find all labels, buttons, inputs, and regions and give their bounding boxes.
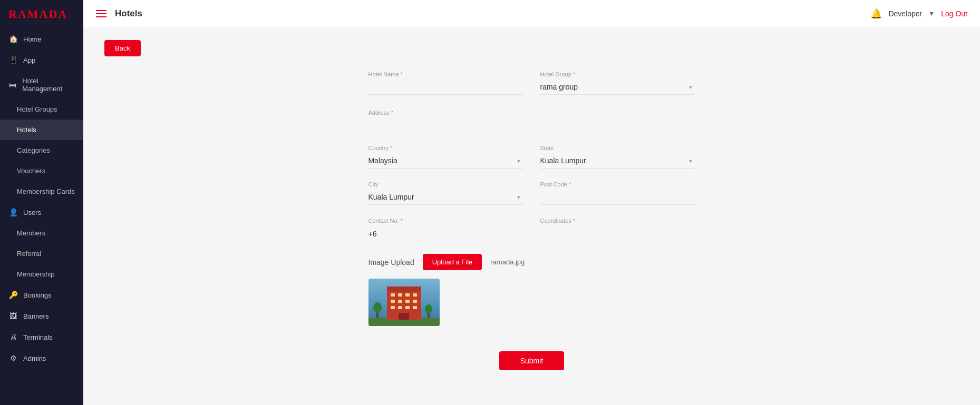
city-group: City Kuala Lumpur Petaling Jaya Shah Ala…	[368, 181, 523, 205]
sidebar-item-members[interactable]: Members	[0, 223, 83, 243]
sidebar-item-hotels[interactable]: Hotels	[0, 120, 83, 140]
svg-rect-8	[391, 300, 395, 303]
hotel-group-select[interactable]: rama group other group	[540, 80, 695, 95]
svg-rect-12	[391, 306, 395, 309]
user-name: Developer	[888, 9, 922, 18]
state-select[interactable]: Kuala Lumpur Selangor Penang	[540, 153, 695, 169]
contact-row: +6	[368, 226, 523, 241]
sidebar-item-label: Referral	[17, 250, 41, 258]
sidebar-item-label: Members	[17, 229, 45, 237]
sidebar-item-label: Users	[23, 209, 41, 216]
sidebar-item-label: Home	[23, 35, 42, 43]
hotel-name-group: Hotel Name *	[368, 71, 523, 95]
postcode-input[interactable]	[540, 190, 695, 205]
sidebar-item-bookings[interactable]: 🔑 Bookings	[0, 284, 83, 305]
postcode-group: Post Code *	[540, 181, 695, 205]
header-right: 🔔 Developer ▼ Log Out	[870, 8, 967, 19]
sidebar-item-label: Admins	[23, 354, 46, 362]
user-dropdown-arrow-icon[interactable]: ▼	[928, 10, 935, 17]
back-button[interactable]: Back	[104, 40, 141, 56]
state-label: State	[540, 145, 695, 151]
country-select-wrapper: Malaysia Singapore Thailand	[368, 153, 523, 169]
country-group: Country * Malaysia Singapore Thailand	[368, 145, 523, 169]
sidebar-item-hotel-management[interactable]: 🛏 Hotel Management	[0, 71, 83, 99]
file-name-text: ramada.jpg	[490, 258, 525, 266]
sidebar-item-categories[interactable]: Categories	[0, 140, 83, 161]
sidebar-item-referral[interactable]: Referral	[0, 243, 83, 264]
svg-rect-5	[398, 293, 402, 297]
coordinates-label: Coordinates *	[540, 218, 695, 224]
sidebar-item-home[interactable]: 🏠 Home	[0, 28, 83, 50]
page-title: Hotels	[115, 8, 142, 19]
contact-prefix: +6	[368, 230, 377, 241]
sidebar-item-label: Membership	[17, 270, 55, 278]
terminals-icon: 🖨	[8, 333, 18, 341]
state-group: State Kuala Lumpur Selangor Penang	[540, 145, 695, 169]
address-label: Address *	[368, 110, 394, 116]
sidebar-item-label: Categories	[17, 146, 50, 154]
sidebar: RAMADA 🏠 Home 📱 App 🛏 Hotel Management H…	[0, 0, 83, 405]
sidebar-item-admins[interactable]: ⚙ Admins	[0, 348, 83, 369]
form-row-4: Contact No. * +6 Coordinates *	[368, 218, 695, 241]
address-input[interactable]	[368, 117, 695, 132]
svg-point-19	[373, 302, 382, 313]
svg-rect-14	[405, 306, 410, 309]
sidebar-item-label: Banners	[23, 312, 48, 320]
svg-rect-17	[387, 287, 421, 291]
sidebar-item-hotel-groups[interactable]: Hotel Groups	[0, 99, 83, 120]
hotel-group-group: Hotel Group * rama group other group	[540, 71, 695, 95]
app-icon: 📱	[8, 56, 18, 64]
hamburger-line-3	[96, 16, 106, 17]
notification-bell-icon[interactable]: 🔔	[870, 8, 882, 19]
header-left: Hotels	[96, 8, 142, 19]
coordinates-input[interactable]	[540, 226, 695, 241]
form-row-3: City Kuala Lumpur Petaling Jaya Shah Ala…	[368, 181, 695, 205]
hotel-group-select-wrapper: rama group other group	[540, 80, 695, 95]
sidebar-item-label: Vouchers	[17, 167, 45, 175]
svg-rect-16	[399, 313, 409, 320]
sidebar-item-label: Bookings	[23, 291, 51, 299]
submit-button[interactable]: Submit	[499, 351, 565, 370]
hotel-name-label: Hotel Name *	[368, 71, 523, 77]
header: Hotels 🔔 Developer ▼ Log Out	[83, 0, 980, 27]
sidebar-item-app[interactable]: 📱 App	[0, 50, 83, 71]
sidebar-item-label: Hotels	[17, 126, 36, 134]
contact-input[interactable]	[379, 226, 523, 241]
sidebar-item-vouchers[interactable]: Vouchers	[0, 161, 83, 181]
sidebar-item-label: Hotel Management	[22, 77, 75, 93]
hotel-management-icon: 🛏	[8, 81, 17, 89]
city-select[interactable]: Kuala Lumpur Petaling Jaya Shah Alam	[368, 190, 523, 205]
city-label: City	[368, 181, 523, 187]
submit-row: Submit	[368, 351, 695, 370]
sidebar-item-membership[interactable]: Membership	[0, 264, 83, 284]
bookings-icon: 🔑	[8, 291, 18, 299]
state-select-wrapper: Kuala Lumpur Selangor Penang	[540, 153, 695, 169]
country-select[interactable]: Malaysia Singapore Thailand	[368, 153, 523, 169]
hotel-name-input[interactable]	[368, 80, 523, 95]
country-label: Country *	[368, 145, 523, 151]
sidebar-item-banners[interactable]: 🖼 Banners	[0, 305, 83, 327]
hamburger-menu[interactable]	[96, 10, 106, 17]
upload-file-button[interactable]: Upload a File	[423, 254, 482, 270]
sidebar-item-label: App	[23, 56, 35, 64]
sidebar-item-membership-cards[interactable]: Membership Cards	[0, 181, 83, 202]
form-row-2: Country * Malaysia Singapore Thailand St…	[368, 145, 695, 169]
home-icon: 🏠	[8, 35, 18, 43]
sidebar-item-terminals[interactable]: 🖨 Terminals	[0, 327, 83, 348]
sidebar-item-users[interactable]: 👤 Users	[0, 202, 83, 223]
svg-rect-9	[398, 300, 402, 303]
address-row: Address *	[368, 107, 695, 132]
sidebar-item-label: Terminals	[23, 333, 53, 341]
logout-button[interactable]: Log Out	[941, 9, 967, 18]
svg-rect-11	[413, 300, 417, 303]
svg-rect-15	[413, 306, 417, 309]
postcode-label: Post Code *	[540, 181, 695, 187]
image-upload-label: Image Upload	[368, 258, 414, 266]
svg-rect-7	[413, 293, 417, 297]
users-icon: 👤	[8, 208, 18, 216]
main-wrapper: Hotels 🔔 Developer ▼ Log Out Back Hotel …	[83, 0, 980, 405]
svg-rect-13	[398, 306, 402, 309]
coordinates-group: Coordinates *	[540, 218, 695, 241]
form-row-1: Hotel Name * Hotel Group * rama group ot…	[368, 71, 695, 95]
sidebar-item-label: Membership Cards	[17, 187, 75, 195]
